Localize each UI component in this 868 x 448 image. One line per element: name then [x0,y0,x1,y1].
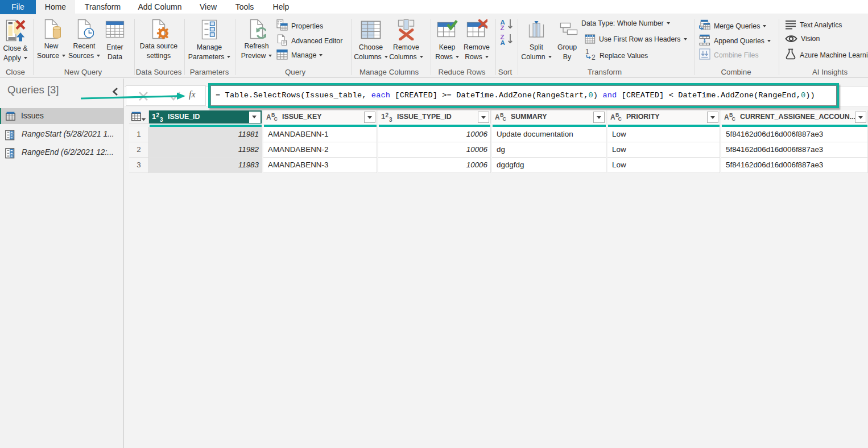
svg-text:1: 1 [585,48,589,56]
svg-text:2: 2 [386,112,389,118]
svg-text:A: A [266,113,271,121]
svg-text:Z: Z [501,24,505,31]
svg-text:A: A [610,113,615,121]
svg-text:A: A [724,113,729,121]
svg-text:C: C [618,116,622,122]
svg-text:1: 1 [381,112,385,121]
svg-text:C: C [503,116,507,122]
svg-text:C: C [732,116,736,122]
svg-text:A: A [501,39,505,46]
svg-text:2: 2 [592,54,596,60]
svg-text:1: 1 [152,112,156,121]
svg-text:A: A [495,113,500,121]
svg-text:C: C [274,116,278,122]
svg-text:2: 2 [156,112,160,118]
svg-text:3: 3 [389,117,392,123]
svg-text:3: 3 [160,117,163,123]
